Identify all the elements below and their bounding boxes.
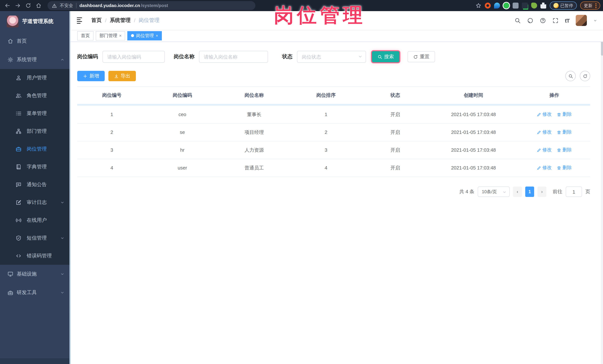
edit-link[interactable]: 修改 [537,111,552,118]
logo-image [7,16,19,27]
delete-link[interactable]: 删除 [557,129,572,135]
toggle-search-button[interactable] [565,71,576,81]
delete-link[interactable]: 删除 [557,147,572,153]
sidebar-item-dev-tools[interactable]: 研发工具 [0,283,70,302]
browser-update-button[interactable]: 更新 [580,1,600,10]
post-name-input[interactable] [199,51,268,63]
cell-code: hr [146,147,218,153]
posts-table: 岗位编号 岗位编码 岗位名称 岗位排序 状态 创建时间 操作 1 ceo 董事长 [77,86,590,177]
add-button[interactable]: 新增 [77,71,105,81]
pen-icon [537,130,541,134]
refresh-table-button[interactable] [580,71,590,81]
sidebar-item-home[interactable]: 首页 [0,32,70,50]
export-button[interactable]: 导出 [108,71,136,81]
browser-home-button[interactable] [34,1,43,10]
address-bar[interactable]: 不安全 dashboard.yudao.iocoder.cn/system/po… [47,1,255,10]
caret-down-icon[interactable] [593,18,597,22]
people-icon [16,93,22,99]
search-icon[interactable] [514,17,521,23]
reset-button[interactable]: 重置 [407,51,435,62]
hamburger-menu-icon[interactable] [70,11,88,30]
sidebar-item-dict-management[interactable]: 字典管理 [0,158,70,176]
browser-reload-button[interactable] [24,1,33,10]
sidebar-item-user-management[interactable]: 用户管理 [0,69,70,87]
sidebar-item-post-management[interactable]: 岗位管理 [0,140,70,158]
sidebar-footer [0,358,70,364]
extensions-puzzle-icon[interactable] [540,3,546,9]
close-icon[interactable]: × [156,33,158,38]
sidebar-item-error-code[interactable]: 错误码管理 [0,247,70,265]
breadcrumb-system[interactable]: 系统管理 [110,17,131,24]
tab-label: 部门管理 [99,33,117,39]
chevron-down-icon [60,200,65,205]
paused-label: 已暂停 [560,3,573,8]
sidebar-item-sms-management[interactable]: 短信管理 [0,229,70,247]
badge-icon [16,146,22,152]
sidebar-item-menu-management[interactable]: 菜单管理 [0,105,70,122]
close-icon[interactable]: × [119,33,122,38]
column-header: 岗位排序 [290,92,362,99]
sidebar-item-system-management[interactable]: 系统管理 [0,50,70,69]
sidebar-item-label: 系统管理 [17,56,37,63]
status-select-input[interactable] [297,51,366,63]
edit-link[interactable]: 修改 [537,129,552,135]
cell-name: 董事长 [218,111,290,118]
sidebar-item-label: 错误码管理 [27,253,52,259]
breadcrumb-separator: / [134,17,136,23]
sidebar-item-notice[interactable]: 通知公告 [0,176,70,194]
extension-icon-gray[interactable] [512,3,518,9]
table-row: 1 ceo 董事长 1 开启 2021-01-05 17:03:48 修改 删除 [77,106,590,123]
sidebar: 芋道管理系统 首页 系统管理 用户管理 角色管理 [0,11,70,364]
status-select[interactable] [297,51,366,63]
page-size-select[interactable]: 10条/页 [478,187,510,197]
paused-extension-pill[interactable]: 已暂停 [550,1,577,10]
active-dot [131,34,134,37]
sidebar-item-online-users[interactable]: 在线用户 [0,211,70,229]
sidebar-item-role-management[interactable]: 角色管理 [0,87,70,105]
cell-status: 开启 [362,147,429,153]
sidebar-item-label: 通知公告 [27,181,47,188]
extension-icon-blue-pin[interactable] [494,3,500,9]
help-question-icon[interactable] [540,17,546,23]
sidebar-item-dept-management[interactable]: 部门管理 [0,122,70,140]
cell-id: 1 [77,112,146,117]
tab-post-management[interactable]: 岗位管理 × [128,31,162,40]
fullscreen-icon[interactable] [552,17,559,23]
github-icon[interactable] [527,17,533,23]
tab-dept-management[interactable]: 部门管理 × [96,31,125,40]
extension-icon-dark-green-badge[interactable] [522,3,528,9]
tab-home[interactable]: 首页 [77,31,93,40]
list-icon [16,110,22,116]
user-avatar[interactable] [576,15,587,26]
delete-link[interactable]: 删除 [557,165,572,171]
sidebar-item-audit-log[interactable]: 审计日志 [0,194,70,211]
search-button[interactable]: 搜索 [372,51,399,62]
goto-page-input[interactable] [566,187,582,197]
sidebar-item-infrastructure[interactable]: 基础设施 [0,265,70,283]
edit-link[interactable]: 修改 [537,147,552,153]
edit-link[interactable]: 修改 [537,165,552,171]
breadcrumb-home[interactable]: 首页 [91,17,102,24]
sidebar-logo[interactable]: 芋道管理系统 [0,11,70,32]
bookmark-star-icon[interactable] [475,3,481,9]
browser-menu-kebab-icon[interactable] [595,3,596,8]
breadcrumb-current: 岗位管理 [139,17,160,24]
extension-icon-green-leaf[interactable] [531,3,537,9]
gear-icon [7,57,13,63]
browser-back-button[interactable] [3,1,12,10]
sidebar-item-label: 审计日志 [27,199,47,206]
browser-forward-button[interactable] [13,1,22,10]
page-1-button[interactable]: 1 [525,187,534,197]
font-size-icon[interactable]: tT [565,17,569,23]
extension-icon-green-check[interactable] [503,3,509,9]
url-divider [76,3,76,8]
chevron-down-icon [60,236,65,240]
next-page-button[interactable]: › [537,187,546,197]
post-code-input[interactable] [103,51,165,63]
download-icon [114,74,119,78]
page-scrollbar[interactable] [601,11,603,364]
sidebar-menu: 首页 系统管理 用户管理 角色管理 菜单管理 [0,32,70,358]
delete-link[interactable]: 删除 [557,111,572,118]
prev-page-button[interactable]: ‹ [513,187,522,197]
extension-icon-orange[interactable] [485,3,490,9]
